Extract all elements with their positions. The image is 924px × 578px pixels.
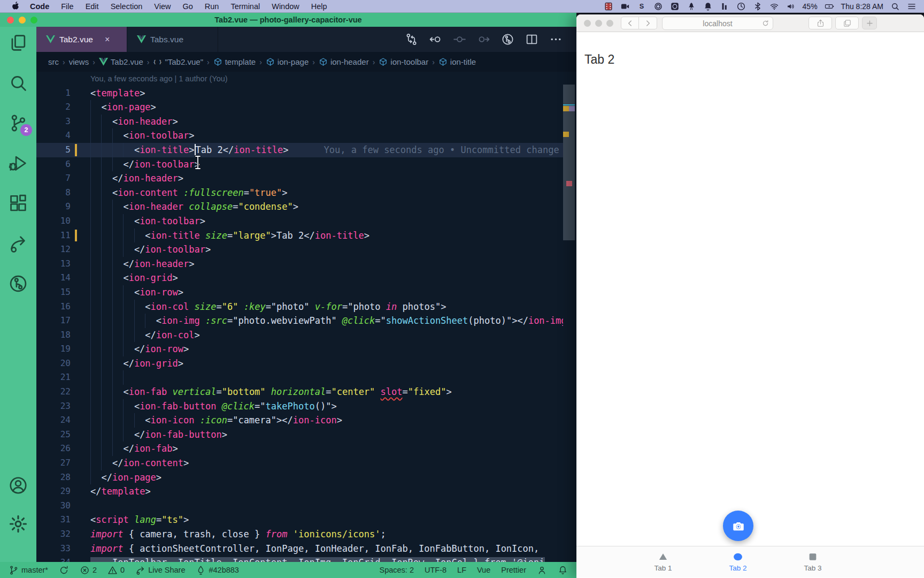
activity-extensions[interactable] (8, 193, 28, 214)
line-number[interactable]: 29 (36, 484, 71, 499)
line-number[interactable]: 33 (36, 542, 71, 556)
vscode-titlebar[interactable]: Tab2.vue — photo-gallery-capacitor-vue (0, 13, 576, 27)
line-number[interactable]: 19 (36, 342, 71, 356)
code-line-32[interactable]: 32import { camera, trash, close } from '… (36, 527, 563, 542)
ion-tab-tab-2[interactable]: Tab 2 (706, 546, 770, 577)
line-number[interactable]: 34 (36, 556, 71, 562)
tab-overview-button[interactable] (835, 17, 859, 29)
status-lf[interactable]: LF (457, 566, 466, 574)
camera-mac-icon[interactable] (620, 2, 630, 11)
shush-icon[interactable]: S (637, 2, 646, 11)
code-line-9[interactable]: 9<ion-header collapse="condense"> (36, 200, 563, 214)
take-photo-fab-button[interactable] (723, 511, 753, 541)
code-line-8[interactable]: 8<ion-content :fullscreen="true"> (36, 186, 563, 200)
prev-change-icon[interactable] (429, 33, 442, 46)
line-number[interactable]: 5 (36, 143, 71, 157)
code-line-6[interactable]: 6</ion-toolbar> (36, 157, 563, 172)
line-number[interactable]: 28 (36, 470, 71, 485)
menu-go[interactable]: Go (176, 0, 198, 13)
breadcrumb-item[interactable]: ion-toolbar (379, 57, 428, 66)
control-center-icon[interactable] (907, 2, 917, 11)
breadcrumb-item[interactable]: src (48, 57, 59, 66)
ion-tab-tab-1[interactable]: Tab 1 (631, 546, 695, 577)
menu-code[interactable]: Code (24, 0, 55, 13)
gitlens-circle-icon[interactable] (501, 33, 514, 46)
zoom-window-button[interactable] (30, 17, 37, 24)
line-number[interactable]: 18 (36, 328, 71, 343)
minimize-window-button[interactable] (19, 17, 26, 24)
code-line-2[interactable]: 2<ion-page> (36, 100, 563, 115)
code-line-16[interactable]: 16<ion-col size="6" :key="photo" v-for="… (36, 300, 563, 314)
code-line-30[interactable]: 30 (36, 499, 563, 513)
status-2[interactable]: 2 (80, 565, 97, 575)
status-master-[interactable]: master* (9, 565, 48, 575)
code-line-28[interactable]: 28</ion-page> (36, 470, 563, 485)
code-line-23[interactable]: 23<ion-fab-button @click="takePhoto()"> (36, 399, 563, 414)
code-line-3[interactable]: 3<ion-header> (36, 115, 563, 129)
code-line-19[interactable]: 19</ion-row> (36, 342, 563, 356)
tab-tabs-vue[interactable]: Tabs.vue (127, 27, 218, 52)
status-feedback[interactable] (537, 565, 547, 575)
git-compare-icon[interactable] (405, 33, 418, 46)
menu-terminal[interactable]: Terminal (225, 0, 266, 13)
film-strip-icon[interactable] (604, 2, 613, 11)
status-vue[interactable]: Vue (477, 566, 490, 574)
code-editor[interactable]: You, a few seconds ago | 1 author (You) … (36, 72, 563, 562)
line-number[interactable]: 22 (36, 385, 71, 399)
code-line-7[interactable]: 7</ion-header> (36, 171, 563, 186)
minimize-window-button[interactable] (595, 20, 602, 27)
tab-tab2-vue[interactable]: Tab2.vue× (36, 27, 127, 52)
next-change-icon[interactable] (477, 33, 490, 46)
line-number[interactable]: 25 (36, 428, 71, 442)
line-number[interactable]: 21 (36, 370, 71, 385)
code-line-1[interactable]: 1<template> (36, 86, 563, 101)
forward-button[interactable] (639, 17, 657, 29)
code-line-17[interactable]: 17<ion-img :src="photo.webviewPath" @cli… (36, 314, 563, 328)
refresh-icon[interactable] (761, 19, 769, 27)
line-number[interactable]: 10 (36, 214, 71, 229)
line-number[interactable]: 32 (36, 527, 71, 542)
line-number[interactable]: 11 (36, 229, 71, 243)
menu-view[interactable]: View (148, 0, 176, 13)
line-number[interactable]: 1 (36, 86, 71, 101)
line-number[interactable]: 4 (36, 128, 71, 143)
volume-icon[interactable] (786, 2, 796, 11)
code-line-34[interactable]: 34 IonToolbar, IonTitle, IonContent, Ion… (36, 556, 563, 562)
window-box-icon[interactable] (670, 2, 680, 11)
zoom-window-button[interactable] (606, 20, 613, 27)
activity-account[interactable] (8, 475, 28, 496)
line-number[interactable]: 20 (36, 356, 71, 371)
stats-bars-icon[interactable] (720, 2, 729, 11)
wifi-icon[interactable] (769, 2, 779, 11)
split-editor-icon[interactable] (525, 33, 538, 46)
status-prettier[interactable]: Prettier (501, 566, 526, 574)
current-change-icon[interactable] (453, 33, 466, 46)
line-number[interactable]: 12 (36, 242, 71, 257)
status-sync[interactable] (59, 565, 69, 575)
status-0[interactable]: 0 (107, 565, 125, 575)
activity-gitlens[interactable] (8, 273, 28, 294)
code-line-13[interactable]: 13</ion-header> (36, 257, 563, 271)
line-number[interactable]: 14 (36, 271, 71, 285)
line-number[interactable]: 7 (36, 171, 71, 186)
code-line-31[interactable]: 31<script lang="ts"> (36, 513, 563, 527)
code-line-24[interactable]: 24<ion-icon :icon="camera"></ion-icon> (36, 413, 563, 428)
activity-source-control[interactable]: 2 (8, 113, 28, 133)
apple-icon[interactable] (11, 2, 20, 11)
code-line-20[interactable]: 20</ion-grid> (36, 356, 563, 371)
menu-help[interactable]: Help (305, 0, 333, 13)
status--42b883[interactable]: #42b883 (196, 565, 238, 575)
code-line-15[interactable]: 15<ion-row> (36, 285, 563, 300)
breadcrumb-item[interactable]: { }"Tab2.vue" (153, 57, 203, 66)
breadcrumb-item[interactable]: ion-page (266, 57, 309, 66)
status-live-share[interactable]: Live Share (135, 565, 185, 575)
close-window-button[interactable] (584, 20, 591, 27)
editor-scrollbar[interactable] (563, 72, 575, 562)
code-line-25[interactable]: 25</ion-fab-button> (36, 428, 563, 442)
line-number[interactable]: 15 (36, 285, 71, 300)
record-circle-icon[interactable] (653, 2, 663, 11)
back-button[interactable] (621, 17, 639, 29)
line-number[interactable]: 8 (36, 186, 71, 200)
line-number[interactable]: 9 (36, 200, 71, 214)
more-actions-icon[interactable] (549, 33, 563, 46)
